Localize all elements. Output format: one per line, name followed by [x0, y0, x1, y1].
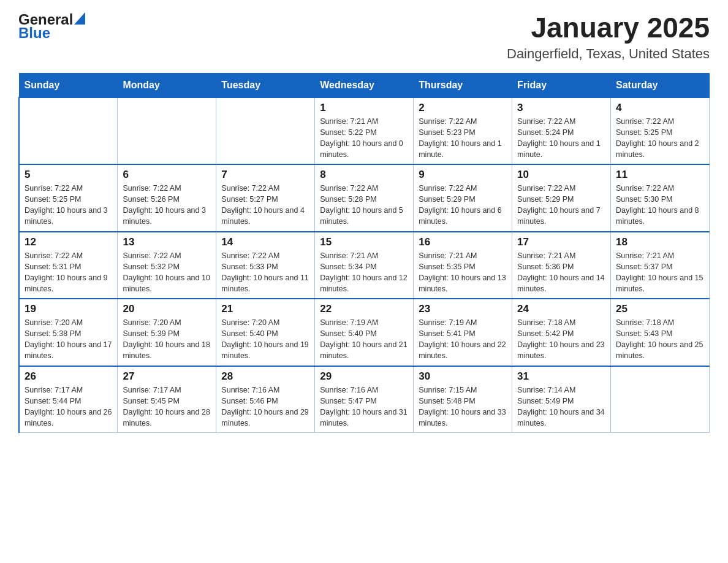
day-number: 8 — [320, 169, 408, 181]
calendar-cell: 30Sunrise: 7:15 AMSunset: 5:48 PMDayligh… — [414, 366, 512, 433]
calendar-cell — [19, 98, 118, 165]
day-number: 26 — [25, 370, 112, 383]
calendar-cell: 20Sunrise: 7:20 AMSunset: 5:39 PMDayligh… — [118, 299, 216, 366]
title-block: January 2025 Daingerfield, Texas, United… — [507, 12, 710, 62]
calendar-cell: 28Sunrise: 7:16 AMSunset: 5:46 PMDayligh… — [216, 366, 315, 433]
day-info: Sunrise: 7:21 AMSunset: 5:35 PMDaylight:… — [419, 250, 507, 295]
svg-marker-0 — [74, 12, 85, 25]
calendar-cell: 25Sunrise: 7:18 AMSunset: 5:43 PMDayligh… — [611, 299, 710, 366]
day-number: 31 — [517, 370, 605, 383]
day-info: Sunrise: 7:19 AMSunset: 5:41 PMDaylight:… — [419, 317, 507, 362]
day-number: 3 — [517, 102, 605, 114]
calendar-week-row: 5Sunrise: 7:22 AMSunset: 5:25 PMDaylight… — [19, 164, 710, 232]
weekday-header-thursday: Thursday — [414, 73, 512, 98]
day-number: 17 — [517, 236, 605, 248]
calendar-header: SundayMondayTuesdayWednesdayThursdayFrid… — [19, 73, 710, 98]
calendar-cell — [118, 98, 216, 165]
day-info: Sunrise: 7:15 AMSunset: 5:48 PMDaylight:… — [419, 385, 507, 429]
day-number: 29 — [320, 370, 408, 383]
calendar-cell — [216, 98, 315, 165]
calendar-cell: 29Sunrise: 7:16 AMSunset: 5:47 PMDayligh… — [315, 366, 414, 433]
day-number: 27 — [123, 370, 211, 383]
day-info: Sunrise: 7:22 AMSunset: 5:24 PMDaylight:… — [517, 116, 605, 161]
calendar-cell: 3Sunrise: 7:22 AMSunset: 5:24 PMDaylight… — [512, 98, 611, 165]
calendar-cell: 6Sunrise: 7:22 AMSunset: 5:26 PMDaylight… — [118, 164, 216, 232]
day-info: Sunrise: 7:20 AMSunset: 5:38 PMDaylight:… — [25, 317, 112, 362]
day-number: 7 — [221, 169, 309, 181]
calendar-cell: 31Sunrise: 7:14 AMSunset: 5:49 PMDayligh… — [512, 366, 611, 433]
day-number: 6 — [123, 169, 211, 181]
day-number: 16 — [419, 236, 507, 248]
calendar-cell: 23Sunrise: 7:19 AMSunset: 5:41 PMDayligh… — [414, 299, 512, 366]
calendar-cell: 2Sunrise: 7:22 AMSunset: 5:23 PMDaylight… — [414, 98, 512, 165]
day-info: Sunrise: 7:21 AMSunset: 5:22 PMDaylight:… — [320, 116, 408, 161]
weekday-header-friday: Friday — [512, 73, 611, 98]
calendar-week-row: 1Sunrise: 7:21 AMSunset: 5:22 PMDaylight… — [19, 98, 710, 165]
day-info: Sunrise: 7:22 AMSunset: 5:25 PMDaylight:… — [25, 183, 112, 228]
day-number: 22 — [320, 303, 408, 315]
calendar-cell: 14Sunrise: 7:22 AMSunset: 5:33 PMDayligh… — [216, 232, 315, 299]
calendar-cell: 24Sunrise: 7:18 AMSunset: 5:42 PMDayligh… — [512, 299, 611, 366]
day-number: 24 — [517, 303, 605, 315]
calendar-cell: 5Sunrise: 7:22 AMSunset: 5:25 PMDaylight… — [19, 164, 118, 232]
day-number: 1 — [320, 102, 408, 114]
day-number: 13 — [123, 236, 211, 248]
day-info: Sunrise: 7:19 AMSunset: 5:40 PMDaylight:… — [320, 317, 408, 362]
calendar-cell: 11Sunrise: 7:22 AMSunset: 5:30 PMDayligh… — [611, 164, 710, 232]
day-info: Sunrise: 7:22 AMSunset: 5:23 PMDaylight:… — [419, 116, 507, 161]
day-number: 25 — [616, 303, 704, 315]
calendar-week-row: 19Sunrise: 7:20 AMSunset: 5:38 PMDayligh… — [19, 299, 710, 366]
day-info: Sunrise: 7:22 AMSunset: 5:33 PMDaylight:… — [221, 250, 309, 295]
weekday-header-wednesday: Wednesday — [315, 73, 414, 98]
day-info: Sunrise: 7:18 AMSunset: 5:42 PMDaylight:… — [517, 317, 605, 362]
calendar-cell: 13Sunrise: 7:22 AMSunset: 5:32 PMDayligh… — [118, 232, 216, 299]
calendar-table: SundayMondayTuesdayWednesdayThursdayFrid… — [18, 73, 710, 434]
day-info: Sunrise: 7:22 AMSunset: 5:29 PMDaylight:… — [517, 183, 605, 228]
day-info: Sunrise: 7:22 AMSunset: 5:25 PMDaylight:… — [616, 116, 704, 161]
day-number: 21 — [221, 303, 309, 315]
calendar-cell: 22Sunrise: 7:19 AMSunset: 5:40 PMDayligh… — [315, 299, 414, 366]
calendar-body: 1Sunrise: 7:21 AMSunset: 5:22 PMDaylight… — [19, 98, 710, 433]
day-info: Sunrise: 7:21 AMSunset: 5:36 PMDaylight:… — [517, 250, 605, 295]
day-number: 15 — [320, 236, 408, 248]
calendar-cell: 16Sunrise: 7:21 AMSunset: 5:35 PMDayligh… — [414, 232, 512, 299]
page-header: General Blue January 2025 Daingerfield, … — [18, 12, 710, 62]
day-number: 9 — [419, 169, 507, 181]
day-number: 23 — [419, 303, 507, 315]
day-info: Sunrise: 7:16 AMSunset: 5:47 PMDaylight:… — [320, 385, 408, 429]
day-info: Sunrise: 7:22 AMSunset: 5:28 PMDaylight:… — [320, 183, 408, 228]
day-number: 28 — [221, 370, 309, 383]
calendar-cell: 17Sunrise: 7:21 AMSunset: 5:36 PMDayligh… — [512, 232, 611, 299]
day-number: 12 — [25, 236, 112, 248]
calendar-cell: 27Sunrise: 7:17 AMSunset: 5:45 PMDayligh… — [118, 366, 216, 433]
day-number: 18 — [616, 236, 704, 248]
logo-blue-text: Blue — [18, 26, 117, 40]
day-info: Sunrise: 7:22 AMSunset: 5:31 PMDaylight:… — [25, 250, 112, 295]
day-info: Sunrise: 7:20 AMSunset: 5:39 PMDaylight:… — [123, 317, 211, 362]
calendar-cell: 8Sunrise: 7:22 AMSunset: 5:28 PMDaylight… — [315, 164, 414, 232]
day-info: Sunrise: 7:21 AMSunset: 5:34 PMDaylight:… — [320, 250, 408, 295]
weekday-header-monday: Monday — [118, 73, 216, 98]
weekday-header-sunday: Sunday — [19, 73, 118, 98]
calendar-week-row: 12Sunrise: 7:22 AMSunset: 5:31 PMDayligh… — [19, 232, 710, 299]
day-info: Sunrise: 7:21 AMSunset: 5:37 PMDaylight:… — [616, 250, 704, 295]
day-info: Sunrise: 7:16 AMSunset: 5:46 PMDaylight:… — [221, 385, 309, 429]
day-info: Sunrise: 7:18 AMSunset: 5:43 PMDaylight:… — [616, 317, 704, 362]
calendar-cell: 10Sunrise: 7:22 AMSunset: 5:29 PMDayligh… — [512, 164, 611, 232]
calendar-cell — [611, 366, 710, 433]
day-number: 5 — [25, 169, 112, 181]
day-number: 14 — [221, 236, 309, 248]
calendar-cell: 15Sunrise: 7:21 AMSunset: 5:34 PMDayligh… — [315, 232, 414, 299]
calendar-cell: 9Sunrise: 7:22 AMSunset: 5:29 PMDaylight… — [414, 164, 512, 232]
day-info: Sunrise: 7:20 AMSunset: 5:40 PMDaylight:… — [221, 317, 309, 362]
day-info: Sunrise: 7:22 AMSunset: 5:32 PMDaylight:… — [123, 250, 211, 295]
day-info: Sunrise: 7:22 AMSunset: 5:30 PMDaylight:… — [616, 183, 704, 228]
page-subtitle: Daingerfield, Texas, United States — [507, 46, 710, 62]
day-info: Sunrise: 7:14 AMSunset: 5:49 PMDaylight:… — [517, 385, 605, 429]
day-info: Sunrise: 7:17 AMSunset: 5:45 PMDaylight:… — [123, 385, 211, 429]
calendar-cell: 18Sunrise: 7:21 AMSunset: 5:37 PMDayligh… — [611, 232, 710, 299]
day-number: 20 — [123, 303, 211, 315]
calendar-cell: 4Sunrise: 7:22 AMSunset: 5:25 PMDaylight… — [611, 98, 710, 165]
calendar-cell: 21Sunrise: 7:20 AMSunset: 5:40 PMDayligh… — [216, 299, 315, 366]
weekday-header-saturday: Saturday — [611, 73, 710, 98]
